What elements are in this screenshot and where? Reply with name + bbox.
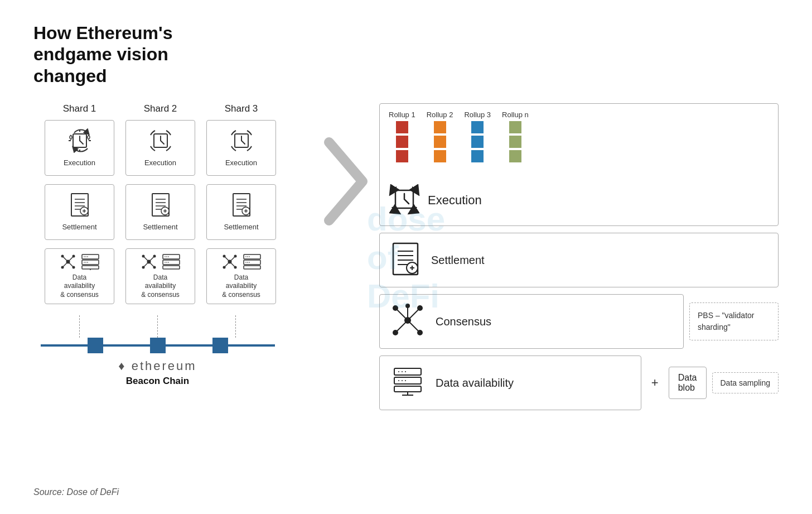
svg-rect-55 bbox=[163, 266, 180, 269]
rollup-1-col: Rollup 1 bbox=[389, 111, 415, 162]
shard-2-settlement-box: Settlement bbox=[125, 184, 195, 240]
execution-icon-2 bbox=[148, 128, 173, 155]
shard-3-da-box: Dataavailability& consensus bbox=[206, 248, 276, 304]
shard-1-execution-label: Execution bbox=[64, 158, 95, 168]
rollup-2-block-1 bbox=[434, 121, 446, 133]
rollup-n-block-1 bbox=[509, 121, 521, 133]
rollup-n-block-2 bbox=[509, 136, 521, 148]
right-consensus-box: Consensus bbox=[379, 294, 684, 349]
settlement-row-wrapper: Settlement bbox=[379, 233, 779, 287]
right-consensus-label: Consensus bbox=[436, 315, 491, 328]
right-data-label: Data availability bbox=[436, 377, 514, 390]
beacon-chain-row bbox=[41, 338, 275, 353]
execution-icon-1 bbox=[67, 128, 92, 155]
content-area: Shard 1 Shard 2 Shard 3 bbox=[33, 103, 779, 410]
shard-3-execution-box: Execution bbox=[206, 120, 276, 176]
rollup-n-label: Rollup n bbox=[502, 111, 529, 119]
beacon-area: ♦ ethereum Beacon Chain bbox=[33, 315, 276, 387]
rollup-n-blocks bbox=[509, 121, 521, 162]
beacon-line-left bbox=[41, 344, 88, 347]
shard-3-header: Shard 3 bbox=[201, 103, 282, 114]
dashed-line-2 bbox=[157, 315, 158, 338]
da-icon-1 bbox=[60, 253, 100, 270]
rollup-1-block-1 bbox=[396, 121, 408, 133]
shard-1-da-label: Dataavailability& consensus bbox=[60, 273, 99, 300]
svg-line-101 bbox=[408, 320, 420, 333]
shard-1-da-box: Dataavailability& consensus bbox=[45, 248, 114, 304]
rollup-3-block-2 bbox=[471, 136, 484, 148]
beacon-square-2 bbox=[150, 338, 166, 353]
rollup-3-label: Rollup 3 bbox=[464, 111, 491, 119]
rollup-1-blocks bbox=[396, 121, 408, 162]
shard-3-execution-label: Execution bbox=[225, 158, 257, 168]
rollup-3-block-3 bbox=[471, 150, 484, 162]
data-row-wrapper: Data availability + Data blob Data sampl… bbox=[379, 356, 779, 410]
execution-icon-3 bbox=[229, 128, 254, 155]
svg-line-43 bbox=[143, 256, 149, 262]
dashed-line-1 bbox=[79, 315, 80, 338]
shard-3-da-label: Dataavailability& consensus bbox=[222, 273, 260, 300]
right-side: Rollup 1 Rollup 2 bbox=[379, 103, 779, 410]
right-settlement-box: Settlement bbox=[379, 233, 779, 287]
da-icon-3 bbox=[221, 253, 262, 270]
main-container: How Ethereum'sendgame vision changed Sha… bbox=[0, 0, 812, 514]
shard-1-settlement-box: Settlement bbox=[45, 184, 114, 240]
left-side: Shard 1 Shard 2 Shard 3 bbox=[33, 103, 312, 387]
execution-bottom: Execution bbox=[389, 184, 482, 217]
shard-3-col: Execution bbox=[201, 120, 282, 304]
shard-2-da-box: Dataavailability& consensus bbox=[125, 248, 195, 304]
svg-line-100 bbox=[395, 320, 408, 333]
shard-1-header: Shard 1 bbox=[39, 103, 120, 114]
consensus-icon-right bbox=[391, 304, 424, 339]
beacon-chain-label: Beacon Chain bbox=[126, 376, 189, 387]
page-title: How Ethereum'sendgame vision changed bbox=[33, 22, 245, 87]
dashed-line-3 bbox=[235, 315, 236, 338]
plus-sign: + bbox=[651, 376, 659, 390]
rollup-1-block-2 bbox=[396, 136, 408, 148]
svg-line-15 bbox=[68, 256, 74, 262]
svg-line-72 bbox=[224, 262, 230, 267]
shard-3-settlement-label: Settlement bbox=[224, 223, 258, 232]
rollup-2-label: Rollup 2 bbox=[427, 111, 453, 119]
rollup-1-block-3 bbox=[396, 150, 408, 162]
svg-line-98 bbox=[395, 308, 408, 320]
dashed-lines bbox=[41, 315, 275, 338]
svg-line-46 bbox=[149, 262, 154, 267]
settlement-icon-2 bbox=[150, 193, 171, 219]
data-sampling-wrapper: Data sampling bbox=[712, 372, 779, 393]
beacon-line-right bbox=[228, 344, 275, 347]
shard-1-col: Execution bbox=[39, 120, 120, 304]
rollup-2-block-2 bbox=[434, 136, 446, 148]
shard-1-execution-box: Execution bbox=[45, 120, 114, 176]
svg-line-73 bbox=[230, 262, 235, 267]
right-execution-label: Execution bbox=[428, 193, 482, 208]
source-text: Source: Dose of DeFi bbox=[33, 487, 119, 497]
shard-2-col: Execution bbox=[120, 120, 201, 304]
data-sampling-label: Data sampling bbox=[712, 372, 779, 393]
beacon-square-3 bbox=[212, 338, 228, 353]
svg-rect-107 bbox=[394, 377, 421, 384]
consensus-row-wrapper: Consensus PBS – "validator sharding" bbox=[379, 294, 779, 349]
pbs-label: PBS – "validator sharding" bbox=[689, 302, 779, 340]
shard-headers: Shard 1 Shard 2 Shard 3 bbox=[33, 103, 312, 114]
svg-line-70 bbox=[224, 256, 230, 262]
settlement-icon-right bbox=[391, 242, 420, 278]
svg-line-45 bbox=[143, 262, 149, 267]
data-icon-right bbox=[391, 365, 424, 401]
right-settlement-label: Settlement bbox=[431, 254, 485, 267]
rollup-3-block-1 bbox=[471, 121, 484, 133]
settlement-icon-3 bbox=[231, 193, 252, 219]
da-icon-2 bbox=[141, 253, 181, 270]
svg-line-99 bbox=[408, 308, 420, 320]
execution-icon-right bbox=[389, 184, 420, 217]
svg-line-16 bbox=[62, 262, 68, 267]
svg-line-71 bbox=[230, 256, 235, 262]
shard-2-da-label: Dataavailability& consensus bbox=[141, 273, 180, 300]
shard-2-execution-label: Execution bbox=[144, 158, 176, 168]
rollup-3-col: Rollup 3 bbox=[464, 111, 491, 162]
shard-3-settlement-box: Settlement bbox=[206, 184, 276, 240]
right-execution-box: Rollup 1 Rollup 2 bbox=[379, 103, 779, 226]
shard-2-header: Shard 2 bbox=[120, 103, 201, 114]
shard-2-settlement-label: Settlement bbox=[143, 223, 177, 232]
beacon-square-1 bbox=[88, 338, 103, 353]
